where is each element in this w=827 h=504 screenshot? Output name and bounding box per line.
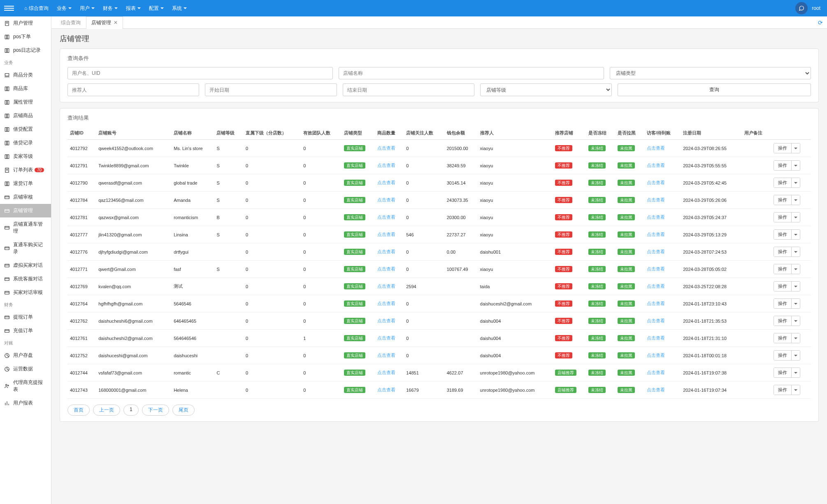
operate-button[interactable]: 操作 [774,298,800,309]
operate-dropdown[interactable] [791,213,800,222]
sidebar-item-13[interactable]: 店铺审核 [0,190,51,204]
page-prev[interactable]: 上一页 [93,405,120,416]
sidebar-item-2[interactable]: pos日志记录 [0,44,51,57]
shop-name-input[interactable] [339,67,604,79]
topnav-5[interactable]: 配置 [145,0,168,16]
operate-button[interactable]: 操作 [774,350,800,361]
topnav-3[interactable]: 财务 [99,0,122,16]
visitor-link[interactable]: 点击查看 [647,335,665,340]
tab-1[interactable]: 店铺管理✕ [86,16,123,29]
visitor-link[interactable]: 点击查看 [647,197,665,202]
visitor-link[interactable]: 点击查看 [647,249,665,254]
operate-button[interactable]: 操作 [774,333,800,343]
sidebar-item-25[interactable]: 运营数据 [0,362,51,376]
sidebar-item-12[interactable]: 退货订单 [0,177,51,190]
view-products-link[interactable]: 点击查看 [377,180,395,185]
visitor-link[interactable]: 点击查看 [647,215,665,220]
view-products-link[interactable]: 点击查看 [377,301,395,306]
view-products-link[interactable]: 点击查看 [377,163,395,168]
view-products-link[interactable]: 点击查看 [377,387,395,392]
operate-dropdown[interactable] [791,264,800,274]
view-products-link[interactable]: 点击查看 [377,215,395,220]
visitor-link[interactable]: 点击查看 [647,387,665,392]
topnav-0[interactable]: ⌂ 综合查询 [20,0,53,16]
operate-button[interactable]: 操作 [774,229,800,240]
operate-button[interactable]: 操作 [774,247,800,257]
query-button[interactable]: 查询 [618,83,811,96]
shop-level-select[interactable]: 店铺等级 [480,83,612,96]
sidebar-item-9[interactable]: 借贷记录 [0,136,51,150]
visitor-link[interactable]: 点击查看 [647,163,665,168]
sidebar-item-4[interactable]: 商品分类 [0,68,51,82]
start-date-input[interactable] [205,83,337,96]
page-last[interactable]: 尾页 [172,405,195,416]
operate-button[interactable]: 操作 [774,264,800,274]
operate-dropdown[interactable] [791,385,800,395]
visitor-link[interactable]: 点击查看 [647,146,665,150]
visitor-link[interactable]: 点击查看 [647,232,665,237]
operate-button[interactable]: 操作 [774,143,800,153]
shop-type-select[interactable]: 店铺类型 [610,67,811,79]
sidebar-item-22[interactable]: 充值订单 [0,324,51,338]
operate-button[interactable]: 操作 [774,212,800,222]
user-menu[interactable]: root [812,5,823,11]
operate-dropdown[interactable] [791,247,800,257]
page-current[interactable]: 1 [123,405,139,416]
sidebar-item-15[interactable]: 店铺直通车管理 [0,217,51,238]
view-products-link[interactable]: 点击查看 [377,318,395,323]
operate-dropdown[interactable] [791,195,800,205]
operate-dropdown[interactable] [791,316,800,326]
refresh-icon[interactable]: ⟳ [818,19,823,26]
view-products-link[interactable]: 点击查看 [377,370,395,375]
sidebar-item-10[interactable]: 卖家等级 [0,150,51,163]
sidebar-item-1[interactable]: pos下单 [0,30,51,44]
sidebar-item-21[interactable]: 提现订单 [0,310,51,324]
operate-dropdown[interactable] [791,368,800,377]
end-date-input[interactable] [343,83,474,96]
sidebar-item-17[interactable]: 虚拟买家对话 [0,259,51,272]
sidebar-item-24[interactable]: 用户存盘 [0,349,51,362]
view-products-link[interactable]: 点击查看 [377,353,395,358]
close-icon[interactable]: ✕ [114,20,118,25]
topnav-1[interactable]: 业务 [53,0,76,16]
chat-button[interactable] [795,2,808,14]
user-uid-input[interactable] [67,67,333,79]
operate-dropdown[interactable] [791,143,800,153]
visitor-link[interactable]: 点击查看 [647,370,665,375]
operate-button[interactable]: 操作 [774,368,800,378]
visitor-link[interactable]: 点击查看 [647,284,665,289]
operate-dropdown[interactable] [791,161,800,170]
sidebar-item-16[interactable]: 直通车购买记录 [0,238,51,259]
visitor-link[interactable]: 点击查看 [647,318,665,323]
operate-dropdown[interactable] [791,299,800,308]
operate-button[interactable]: 操作 [774,281,800,291]
sidebar-item-11[interactable]: 订单列表70 [0,163,51,177]
sidebar-item-14[interactable]: 店铺管理 [0,204,51,217]
page-next[interactable]: 下一页 [142,405,169,416]
sidebar-item-19[interactable]: 买家对话审核 [0,286,51,299]
view-products-link[interactable]: 点击查看 [377,146,395,150]
sidebar-item-6[interactable]: 属性管理 [0,95,51,109]
visitor-link[interactable]: 点击查看 [647,180,665,185]
view-products-link[interactable]: 点击查看 [377,284,395,289]
visitor-link[interactable]: 点击查看 [647,353,665,358]
sidebar-item-5[interactable]: 商品库 [0,82,51,95]
operate-dropdown[interactable] [791,282,800,291]
topnav-6[interactable]: 系统 [168,0,191,16]
sidebar-item-27[interactable]: 用户报表 [0,396,51,410]
visitor-link[interactable]: 点击查看 [647,266,665,271]
view-products-link[interactable]: 点击查看 [377,232,395,237]
view-products-link[interactable]: 点击查看 [377,335,395,340]
referrer-input[interactable] [67,83,199,96]
view-products-link[interactable]: 点击查看 [377,197,395,202]
operate-dropdown[interactable] [791,333,800,343]
operate-button[interactable]: 操作 [774,385,800,395]
operate-button[interactable]: 操作 [774,195,800,205]
sidebar-item-26[interactable]: 代理商充提报表 [0,376,51,396]
view-products-link[interactable]: 点击查看 [377,249,395,254]
topnav-2[interactable]: 用户 [76,0,99,16]
operate-button[interactable]: 操作 [774,316,800,326]
operate-button[interactable]: 操作 [774,178,800,188]
operate-dropdown[interactable] [791,351,800,360]
hamburger-icon[interactable] [4,3,14,13]
